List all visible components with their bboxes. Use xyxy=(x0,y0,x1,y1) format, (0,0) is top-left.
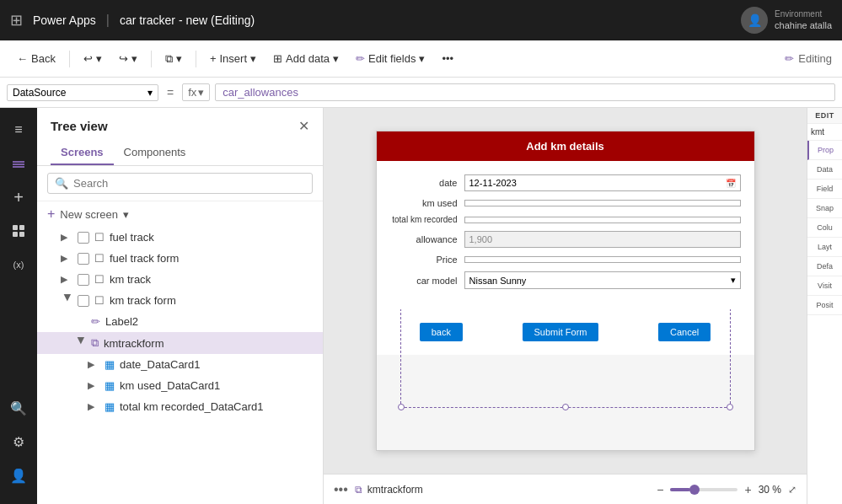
tree-item-date-datacard[interactable]: ▶ ▦ date_DataCard1 xyxy=(37,354,323,375)
edit-tab-visit[interactable]: Visit xyxy=(807,276,842,296)
edit-tab-defa[interactable]: Defa xyxy=(807,257,842,276)
tree-item-fuel-track-form[interactable]: ▶ ☐ fuel track form xyxy=(37,248,323,269)
tree-item-km-track[interactable]: ▶ ☐ km track xyxy=(37,269,323,290)
tree-close-button[interactable]: ✕ xyxy=(298,118,309,134)
edit-tab-snap[interactable]: Snap xyxy=(807,199,842,218)
item-label: km track xyxy=(110,273,316,286)
edit-tab-colu[interactable]: Colu xyxy=(807,218,842,238)
checkbox-icon xyxy=(78,295,89,307)
edit-panel: EDIT kmt Prop Data Field Snap Colu Layt … xyxy=(807,108,842,504)
zoom-thumb xyxy=(689,485,700,495)
back-form-button[interactable]: back xyxy=(420,323,463,341)
tree-item-totalkmrecorded-datacard[interactable]: ▶ ▦ total km recorded_DataCard1 xyxy=(37,396,323,417)
chevron-down-icon: ▶ xyxy=(76,336,87,350)
redo-drop-icon: ▾ xyxy=(131,52,137,65)
data-button[interactable] xyxy=(3,216,34,246)
form-header-text: Add km details xyxy=(526,140,603,153)
kmused-input[interactable] xyxy=(464,200,741,206)
edit-label: EDIT xyxy=(815,111,834,120)
datasource-drop-icon: ▾ xyxy=(147,87,153,99)
svg-rect-0 xyxy=(13,161,24,163)
date-field-row: date 12-11-2023 📅 xyxy=(390,174,741,191)
undo-button[interactable]: ↩ ▾ xyxy=(77,49,109,68)
tree-item-kmtrackform[interactable]: ▶ ⧉ kmtrackform ••• xyxy=(37,332,323,354)
layers-button[interactable] xyxy=(3,148,34,179)
edit-fields-drop-icon: ▾ xyxy=(419,52,425,65)
chevron-right-icon: ▶ xyxy=(61,232,74,243)
cancel-form-button[interactable]: Cancel xyxy=(658,323,711,341)
tree-search: 🔍 xyxy=(37,166,323,201)
handle-bottom[interactable] xyxy=(562,404,569,410)
checkbox-icon xyxy=(78,253,89,265)
bottom-more-button[interactable]: ••• xyxy=(334,482,348,497)
form-header: Add km details xyxy=(377,131,754,161)
edit-fields-button[interactable]: ✏ Edit fields ▾ xyxy=(349,49,432,68)
submit-form-button[interactable]: Submit Form xyxy=(523,323,599,341)
handle-br[interactable] xyxy=(727,404,733,410)
account-button[interactable]: 👤 xyxy=(3,460,34,491)
handle-bl[interactable] xyxy=(398,404,405,410)
zoom-out-button[interactable]: − xyxy=(657,483,663,496)
sep1 xyxy=(69,51,70,67)
tab-components[interactable]: Components xyxy=(114,141,196,165)
undo-icon: ↩ xyxy=(83,52,93,65)
zoom-in-button[interactable]: + xyxy=(744,483,751,496)
price-input[interactable] xyxy=(464,256,741,263)
date-input[interactable]: 12-11-2023 📅 xyxy=(464,174,741,191)
calendar-icon: 📅 xyxy=(726,179,736,188)
checkbox-icon xyxy=(78,274,89,286)
carmodel-label: car model xyxy=(390,276,458,286)
search-input[interactable] xyxy=(73,177,305,190)
totalkmrecorded-input[interactable] xyxy=(464,217,741,223)
edit-tab-posit[interactable]: Posit xyxy=(807,296,842,315)
item-label: Label2 xyxy=(105,315,316,328)
edit-tab-prop[interactable]: Prop xyxy=(807,141,842,160)
copy-drop-icon: ▾ xyxy=(176,52,182,65)
screen-name-label: kmtrackform xyxy=(367,484,423,496)
edit-tab-data[interactable]: Data xyxy=(807,160,842,180)
expand-button[interactable]: ⤢ xyxy=(788,484,796,496)
card-icon: ▦ xyxy=(105,400,115,413)
zoom-controls: − + 30 % ⤢ xyxy=(657,483,796,496)
more-button[interactable]: ••• xyxy=(435,49,460,68)
totalkmrecorded-field-row: total km recorded xyxy=(390,215,741,224)
tree-item-label2[interactable]: ▶ ✏ Label2 xyxy=(37,311,323,332)
edit-tab-layt[interactable]: Layt xyxy=(807,238,842,257)
kmused-field-row: km used xyxy=(390,198,741,208)
zoom-slider[interactable] xyxy=(670,488,737,491)
copy-button[interactable]: ⧉ ▾ xyxy=(158,49,189,69)
redo-button[interactable]: ↪ ▾ xyxy=(112,49,144,68)
formula-input[interactable] xyxy=(215,83,835,101)
tree-item-km-track-form[interactable]: ▶ ☐ km track form xyxy=(37,290,323,311)
zoom-fill xyxy=(670,488,690,491)
add-screen-button[interactable]: + xyxy=(3,182,34,212)
carmodel-select[interactable]: Nissan Sunny ▾ xyxy=(464,271,741,289)
new-screen-button[interactable]: + New screen ▾ xyxy=(37,201,323,227)
editing-label: ✏ Editing xyxy=(785,52,832,65)
allowance-input[interactable]: 1,900 xyxy=(464,231,741,248)
price-label: Price xyxy=(390,255,458,265)
insert-button[interactable]: + Insert ▾ xyxy=(203,49,263,68)
tree-item-kmused-datacard[interactable]: ▶ ▦ km used_DataCard1 xyxy=(37,375,323,396)
add-data-button[interactable]: ⊞ Add data ▾ xyxy=(266,49,346,68)
pencil-icon: ✏ xyxy=(785,52,794,65)
fx-button[interactable]: fx ▾ xyxy=(182,83,210,101)
kmused-label: km used xyxy=(390,198,458,208)
tab-screens[interactable]: Screens xyxy=(51,141,114,165)
search-button[interactable]: 🔍 xyxy=(3,393,34,423)
back-arrow-icon: ← xyxy=(17,52,28,65)
settings-button[interactable]: ⚙ xyxy=(3,426,34,457)
svg-rect-2 xyxy=(13,166,24,168)
title-separator: | xyxy=(106,13,110,28)
redo-icon: ↪ xyxy=(119,52,128,65)
checkbox-icon xyxy=(78,232,89,244)
tree-item-fuel-track[interactable]: ▶ ☐ fuel track xyxy=(37,227,323,248)
hamburger-button[interactable]: ≡ xyxy=(3,115,34,145)
variable-button[interactable]: (x) xyxy=(3,249,34,280)
datasource-dropdown[interactable]: DataSource ▾ xyxy=(7,84,158,101)
form-icon: ⧉ xyxy=(91,336,99,350)
equals-icon: = xyxy=(164,86,177,99)
back-button[interactable]: ← Back xyxy=(10,49,62,68)
edit-tab-field[interactable]: Field xyxy=(807,180,842,199)
tree-tabs: Screens Components xyxy=(37,134,323,166)
